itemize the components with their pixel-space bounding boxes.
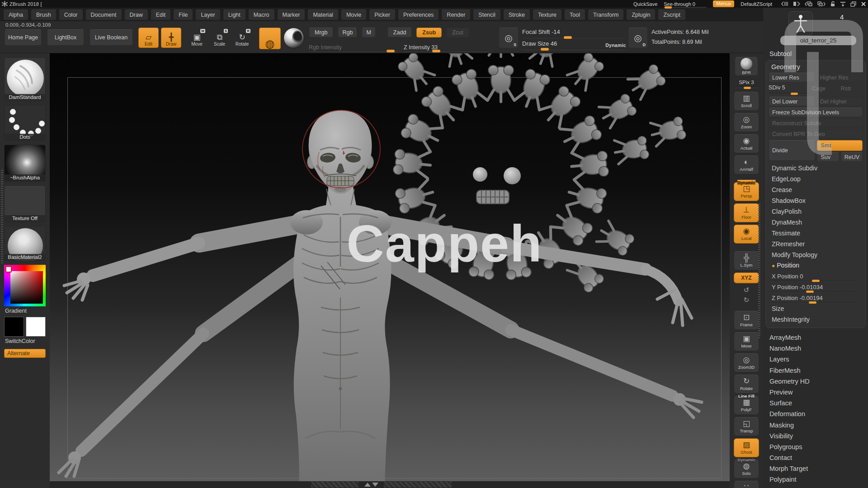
restore-icon[interactable] <box>850 1 856 7</box>
quicksave-button[interactable]: QuickSave <box>633 1 657 7</box>
menu-item[interactable]: Tool <box>565 9 585 20</box>
smt-button[interactable]: Smt <box>817 140 863 151</box>
menu-item[interactable]: Movie <box>341 9 366 20</box>
shelf-scrollbar[interactable] <box>758 202 760 338</box>
edit-button[interactable]: ▱ Edit <box>138 28 159 48</box>
y-position-slider[interactable]: Y Position -0.01034 <box>769 282 863 293</box>
subsection-header[interactable]: Tessimate <box>769 228 863 239</box>
default-zscript-button[interactable]: DefaultZScript <box>741 1 772 7</box>
right-shelf-button[interactable]: ⊥ Floor <box>734 203 759 222</box>
tray-scrollbar[interactable] <box>1 169 3 263</box>
mesh-integrity-section-header[interactable]: MeshIntegrity <box>769 314 863 325</box>
del-higher-button[interactable]: Del Higher <box>816 97 863 106</box>
stroke-selector[interactable]: Dots <box>4 105 46 141</box>
scrollbar-segment[interactable] <box>311 482 359 488</box>
texture-selector[interactable]: Texture Off <box>4 185 46 222</box>
menu-item[interactable]: Stroke <box>504 9 530 20</box>
freeze-subdivision-button[interactable]: Freeze SubDivision Levels <box>769 108 863 117</box>
focal-shift-slider[interactable]: Focal Shift -14 <box>522 28 626 39</box>
menu-item[interactable]: Draw <box>125 9 148 20</box>
menu-item[interactable]: Zscript <box>658 9 685 20</box>
position-section-header[interactable]: ●Position <box>769 261 863 271</box>
right-shelf-button[interactable]: ↻ <box>740 296 753 305</box>
right-shelf-button[interactable]: ╬ L.Sym <box>734 251 759 270</box>
right-shelf-button[interactable]: ↺ <box>740 286 753 295</box>
focal-shift-handle[interactable] <box>564 36 572 39</box>
right-shelf-button[interactable]: ◎ Zoom <box>734 113 759 132</box>
menu-item[interactable]: Preferences <box>398 9 439 20</box>
zsub-button[interactable]: Zsub <box>416 28 442 38</box>
brush-selector[interactable]: DamStandard <box>4 57 46 101</box>
size-section-header[interactable]: Size <box>769 304 863 314</box>
subpalette-header[interactable]: FiberMesh <box>763 366 868 376</box>
lightbox-button[interactable]: LightBox <box>47 29 84 46</box>
subpalette-header[interactable]: Polypaint <box>763 474 868 485</box>
mrgb-button[interactable]: Mrgb <box>309 28 333 38</box>
sdiv-handle[interactable] <box>791 93 798 95</box>
subpalette-header[interactable]: Contact <box>763 453 868 464</box>
bpr-render-button[interactable]: BPR <box>735 57 758 76</box>
right-shelf-button[interactable]: ◉ Local <box>734 225 759 244</box>
z-position-slider[interactable]: Z Position -0.00194 <box>769 293 863 304</box>
right-shelf-button[interactable]: Dynamic ◳ Persp <box>734 182 759 201</box>
right-shelf-button[interactable]: ▥ Scroll <box>734 92 759 111</box>
subsection-header[interactable]: EdgeLoop <box>769 174 863 185</box>
lock-icon[interactable] <box>830 1 835 7</box>
subpalette-header[interactable]: ArrayMesh <box>763 333 868 343</box>
right-shelf-button[interactable]: ◉ Actual <box>734 134 759 153</box>
rgb-intensity-slider[interactable]: Rgb Intensity <box>309 43 397 51</box>
subsection-header[interactable]: ZRemesher <box>769 239 863 250</box>
subpalette-header[interactable]: Geometry HD <box>763 376 868 387</box>
scrollbar-arrows[interactable] <box>359 483 384 487</box>
rstr-button[interactable]: Rstr <box>837 84 863 93</box>
alpha-selector[interactable]: ~BrushAlpha <box>4 145 46 182</box>
z-position-handle[interactable] <box>809 301 816 304</box>
tool-thumbnail[interactable] <box>788 11 813 36</box>
document-viewport[interactable]: Cappeh <box>50 53 730 488</box>
live-boolean-button[interactable]: Live Boolean <box>90 29 133 46</box>
subsection-header[interactable]: DynaMesh <box>769 217 863 228</box>
menu-item[interactable]: Render <box>442 9 470 20</box>
spix-slider[interactable]: SPix 3 <box>733 80 760 87</box>
menu-item[interactable]: Marker <box>278 9 305 20</box>
right-shelf-button[interactable]: ◐ AAHalf <box>734 155 759 174</box>
subpalette-header[interactable]: Layers <box>763 354 868 365</box>
scroll-up-icon[interactable] <box>364 483 371 487</box>
main-color-swatch[interactable] <box>4 317 24 337</box>
draw-button[interactable]: ╋ Draw <box>161 28 181 48</box>
menu-item[interactable]: Document <box>86 9 122 20</box>
menu-item[interactable]: Transform <box>588 9 624 20</box>
close-icon[interactable] <box>861 1 866 7</box>
menu-item[interactable]: Stencil <box>473 9 500 20</box>
menu-item[interactable]: File <box>174 9 193 20</box>
right-shelf-button[interactable]: Dynamic ◍ Solo <box>734 460 759 479</box>
draw-size-slider[interactable]: Draw Size 46 Dynamic <box>522 39 626 51</box>
menu-item[interactable]: Light <box>223 9 245 20</box>
subsection-header[interactable]: ClayPolish <box>769 206 863 217</box>
alternate-button[interactable]: Alternate <box>4 349 46 358</box>
doc-next-icon[interactable] <box>793 1 800 6</box>
scrollbar-segment[interactable] <box>384 482 452 488</box>
move-button[interactable]: M ▣ Move <box>187 28 207 48</box>
see-through-handle[interactable] <box>665 6 672 9</box>
menu-item[interactable]: Texture <box>533 9 561 20</box>
reuv-button[interactable]: ReUV <box>841 152 863 162</box>
reconstruct-subdiv-button[interactable]: Reconstruct Subdiv <box>769 118 863 128</box>
right-shelf-button[interactable]: Line Fill ▦ PolyF <box>734 396 759 415</box>
current-tool[interactable]: 4 old_terror_25 <box>763 8 868 47</box>
menu-item[interactable]: Brush <box>31 9 56 20</box>
menu-item[interactable]: Picker <box>369 9 395 20</box>
subpalette-header[interactable]: Visibility <box>763 431 868 442</box>
rotate-button[interactable]: R ↻ Rotate <box>232 28 252 48</box>
color-picker-square[interactable] <box>10 271 43 304</box>
sdiv-slider[interactable]: SDiv 5 <box>769 84 807 95</box>
rgb-button[interactable]: Rgb <box>338 28 357 38</box>
scale-button[interactable]: S ⧉ Scale <box>209 28 230 48</box>
right-shelf-button[interactable]: ↻ Rotate <box>734 375 759 394</box>
menu-item[interactable]: Color <box>59 9 83 20</box>
material-selector[interactable]: BasicMaterial2 <box>4 226 46 261</box>
geometry-section-header[interactable]: Geometry <box>769 63 863 73</box>
subsection-header[interactable]: Dynamic Subdiv <box>769 163 863 174</box>
home-page-button[interactable]: Home Page <box>5 29 42 46</box>
canvas-scrollbar[interactable] <box>50 481 730 488</box>
